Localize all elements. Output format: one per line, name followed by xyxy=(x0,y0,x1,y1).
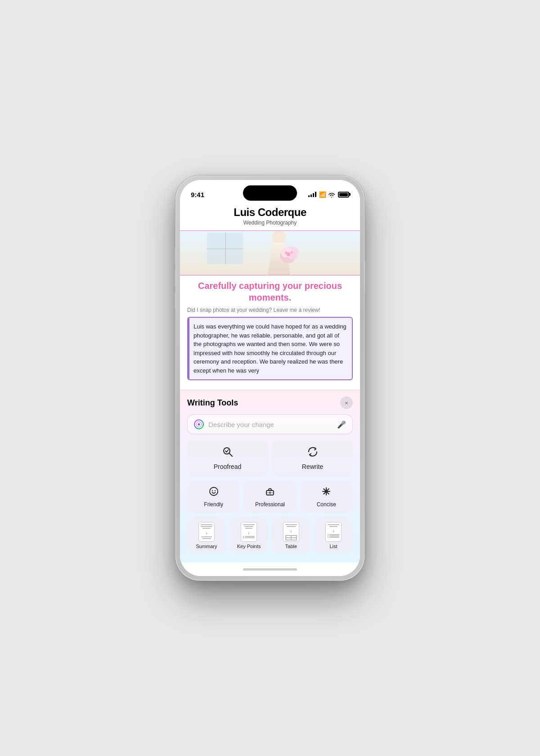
rewrite-icon xyxy=(307,446,319,460)
svg-line-15 xyxy=(229,453,232,456)
review-prompt: Did I snap photos at your wedding? Leave… xyxy=(187,307,353,313)
friendly-label: Friendly xyxy=(204,501,223,508)
apple-intelligence-icon xyxy=(194,419,204,429)
phone-content: Luis Coderque Wedding Photography xyxy=(180,202,360,576)
svg-point-19 xyxy=(212,490,212,491)
table-button[interactable]: ↓ Table xyxy=(272,518,310,554)
status-time: 9:41 xyxy=(191,191,204,198)
tools-row-large: Proofread Rewrite xyxy=(187,440,353,477)
table-label: Table xyxy=(285,544,297,549)
list-label: List xyxy=(329,544,337,549)
writing-tools-panel: Writing Tools × xyxy=(180,390,360,562)
signal-icon xyxy=(308,192,316,197)
friendly-icon xyxy=(209,486,219,499)
mic-icon[interactable]: 🎤 xyxy=(337,420,346,429)
status-bar: 9:41 📶 xyxy=(180,180,360,202)
svg-point-10 xyxy=(285,252,288,254)
battery-icon xyxy=(338,192,349,198)
svg-line-17 xyxy=(226,450,228,452)
concise-button[interactable]: Concise xyxy=(300,481,353,513)
table-doc-icon: ↓ xyxy=(283,522,299,542)
panel-header: Writing Tools × xyxy=(187,396,353,409)
panel-title: Writing Tools xyxy=(187,398,238,408)
home-bar xyxy=(243,568,297,571)
hero-image xyxy=(180,230,360,275)
list-doc-icon: ↓ xyxy=(325,522,342,542)
app-header: Luis Coderque Wedding Photography xyxy=(180,202,360,230)
describe-placeholder: Describe your change xyxy=(208,421,333,428)
concise-icon xyxy=(321,486,331,499)
concise-label: Concise xyxy=(317,501,336,508)
phone-screen: 9:41 📶 xyxy=(180,180,360,576)
wifi-icon: 📶 xyxy=(319,191,335,198)
professional-button[interactable]: Professional xyxy=(243,481,296,513)
list-button[interactable]: ↓ List xyxy=(314,518,353,554)
svg-point-20 xyxy=(214,490,215,491)
tools-row-medium: Friendly Professional xyxy=(187,481,353,513)
dynamic-island xyxy=(243,185,297,201)
summary-button[interactable]: ↓ Summary xyxy=(187,518,226,554)
key-points-doc-icon: ↓ xyxy=(241,522,257,542)
summary-label: Summary xyxy=(196,544,217,549)
rewrite-label: Rewrite xyxy=(302,463,323,470)
proofread-button[interactable]: Proofread xyxy=(187,440,268,477)
professional-label: Professional xyxy=(255,501,285,508)
app-subtitle: Wedding Photography xyxy=(189,220,351,226)
svg-point-18 xyxy=(210,487,218,495)
selected-text-content: Luis was everything we could have hoped … xyxy=(194,323,346,374)
professional-icon xyxy=(265,486,275,499)
home-indicator xyxy=(180,562,360,576)
key-points-button[interactable]: ↓ Key Points xyxy=(230,518,268,554)
proofread-icon xyxy=(222,446,234,460)
rewrite-button[interactable]: Rewrite xyxy=(272,440,353,477)
key-points-label: Key Points xyxy=(237,544,261,549)
tagline: Carefully capturing your precious moment… xyxy=(187,280,353,303)
app-title: Luis Coderque xyxy=(189,206,351,219)
tools-row-small: ↓ Summary ↓ xyxy=(187,518,353,554)
proofread-label: Proofread xyxy=(214,463,241,470)
friendly-button[interactable]: Friendly xyxy=(187,481,240,513)
close-button[interactable]: × xyxy=(340,396,353,409)
phone-device: 9:41 📶 xyxy=(176,176,364,580)
svg-point-4 xyxy=(272,231,286,244)
status-icons: 📶 xyxy=(308,191,349,198)
selected-text-box[interactable]: Luis was everything we could have hoped … xyxy=(187,317,353,380)
svg-point-13 xyxy=(198,423,200,426)
summary-doc-icon: ↓ xyxy=(198,522,215,542)
svg-point-9 xyxy=(290,251,293,254)
website-body: Carefully capturing your precious moment… xyxy=(180,275,360,390)
describe-input-container[interactable]: Describe your change 🎤 xyxy=(187,414,353,434)
svg-rect-3 xyxy=(207,248,243,249)
